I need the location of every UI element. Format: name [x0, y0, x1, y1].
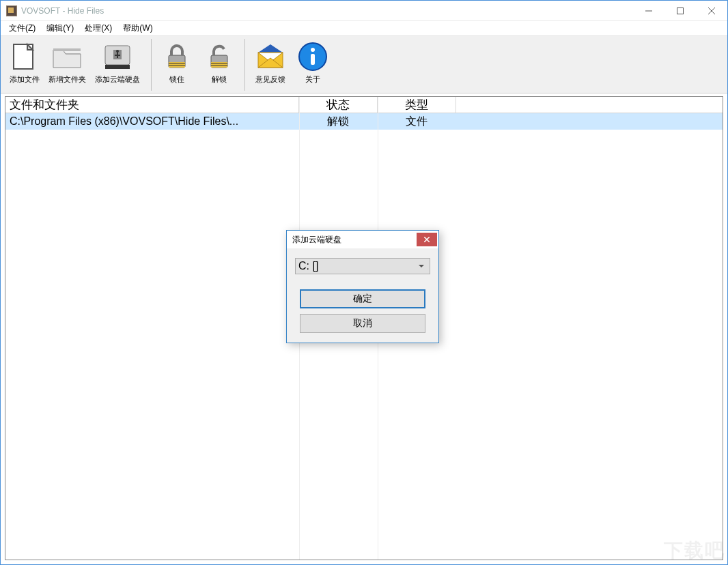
close-icon	[424, 237, 430, 242]
dialog-body: C: [] 确定 取消	[287, 248, 438, 343]
svg-rect-17	[211, 62, 227, 68]
table-body: C:\Program Files (x86)\VOVSOFT\Hide File…	[5, 113, 723, 130]
drive-select[interactable]: C: []	[295, 258, 430, 274]
unlock-button[interactable]: 解锁	[198, 39, 240, 86]
svg-rect-1	[677, 8, 684, 14]
mail-icon	[254, 40, 287, 73]
svg-rect-13	[169, 62, 185, 68]
lock-label: 锁住	[169, 74, 184, 85]
svg-rect-26	[311, 54, 315, 65]
usb-drive-icon	[101, 40, 134, 73]
dialog-title: 添加云端硬盘	[292, 234, 417, 246]
col-type[interactable]: 类型	[378, 97, 456, 113]
minimize-icon	[645, 8, 652, 14]
svg-rect-6	[53, 48, 81, 51]
toolbar-separator	[244, 39, 245, 91]
menu-process[interactable]: 处理(X)	[79, 21, 117, 35]
window-title: VOVSOFT - Hide Files	[21, 6, 633, 16]
feedback-label: 意见反馈	[255, 74, 285, 85]
cell-path: C:\Program Files (x86)\VOVSOFT\Hide File…	[5, 113, 299, 130]
lock-closed-icon	[160, 40, 193, 73]
new-folder-label: 新增文件夹	[48, 74, 86, 85]
toolbar: 添加文件 新增文件夹 添加云端硬盘 锁住	[1, 36, 727, 93]
about-label: 关于	[305, 74, 320, 85]
add-cloud-disk-dialog: 添加云端硬盘 C: [] 确定 取消	[286, 230, 439, 343]
folder-icon	[51, 40, 83, 73]
table-header: 文件和文件夹 状态 类型	[5, 97, 723, 113]
info-icon	[296, 40, 329, 73]
add-cloud-disk-label: 添加云端硬盘	[95, 74, 140, 85]
menu-help[interactable]: 帮助(W)	[117, 21, 158, 35]
unlock-label: 解锁	[212, 74, 227, 85]
maximize-button[interactable]	[664, 1, 696, 20]
drive-select-value: C: []	[298, 260, 318, 272]
col-path[interactable]: 文件和文件夹	[5, 97, 299, 113]
titlebar: VOVSOFT - Hide Files	[1, 1, 727, 21]
add-cloud-disk-button[interactable]: 添加云端硬盘	[88, 39, 147, 86]
cell-status: 解锁	[299, 113, 378, 130]
add-file-label: 添加文件	[10, 74, 40, 85]
cell-type: 文件	[378, 113, 456, 130]
dialog-titlebar: 添加云端硬盘	[287, 231, 438, 248]
svg-marker-20	[258, 44, 283, 53]
maximize-icon	[677, 8, 684, 14]
feedback-button[interactable]: 意见反馈	[249, 39, 292, 86]
dialog-close-button[interactable]	[417, 233, 437, 246]
close-icon	[708, 8, 715, 14]
new-folder-button[interactable]: 新增文件夹	[46, 39, 88, 86]
lock-open-icon	[203, 40, 236, 73]
cancel-button[interactable]: 取消	[300, 314, 425, 333]
toolbar-separator	[151, 39, 152, 91]
svg-rect-8	[105, 65, 130, 69]
file-icon	[8, 40, 41, 73]
lock-button[interactable]: 锁住	[156, 39, 198, 86]
table-row[interactable]: C:\Program Files (x86)\VOVSOFT\Hide File…	[5, 113, 723, 130]
about-button[interactable]: 关于	[292, 39, 334, 86]
col-status[interactable]: 状态	[299, 97, 378, 113]
menu-file[interactable]: 文件(Z)	[3, 21, 41, 35]
ok-button[interactable]: 确定	[300, 289, 425, 308]
menubar: 文件(Z) 编辑(Y) 处理(X) 帮助(W)	[1, 21, 727, 36]
svg-point-25	[311, 48, 315, 52]
menu-edit[interactable]: 编辑(Y)	[41, 21, 79, 35]
window-controls	[633, 1, 727, 20]
app-icon	[6, 5, 17, 16]
close-button[interactable]	[696, 1, 727, 20]
add-file-button[interactable]: 添加文件	[3, 39, 46, 86]
minimize-button[interactable]	[633, 1, 664, 20]
